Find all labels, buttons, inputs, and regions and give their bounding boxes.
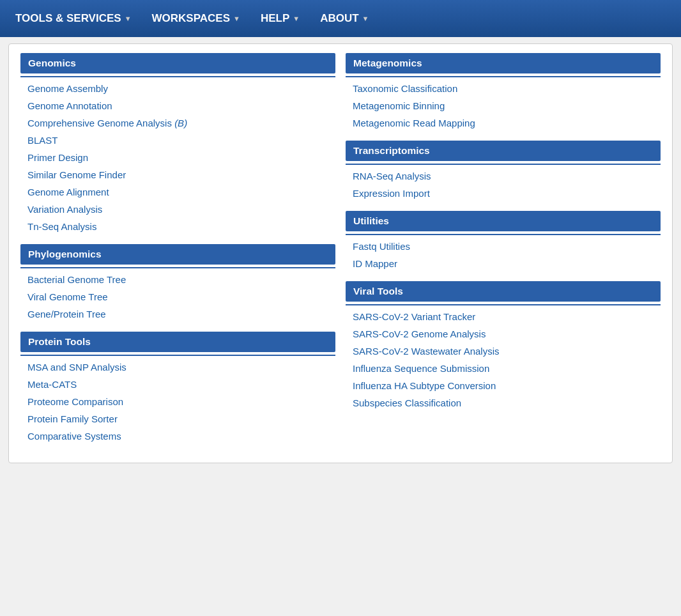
menu-influenza-sequence-submission[interactable]: Influenza Sequence Submission [346, 360, 661, 377]
left-column: Genomics Genome Assembly Genome Annotati… [15, 53, 340, 454]
menu-sars-cov2-genome-analysis[interactable]: SARS-CoV-2 Genome Analysis [346, 325, 661, 343]
transcriptomics-header: Transcriptomics [346, 141, 661, 161]
menu-blast[interactable]: BLAST [20, 132, 335, 149]
viral-tools-header: Viral Tools [346, 281, 661, 302]
dropdown-panel: Genomics Genome Assembly Genome Annotati… [8, 43, 673, 463]
navbar: TOOLS & SERVICES ▼ WORKSPACES ▼ HELP ▼ A… [0, 0, 681, 37]
utilities-divider [346, 234, 661, 235]
menu-metagenomic-binning[interactable]: Metagenomic Binning [346, 97, 661, 114]
menu-genome-alignment[interactable]: Genome Alignment [20, 183, 335, 201]
protein-tools-header: Protein Tools [20, 332, 335, 352]
protein-tools-section: Protein Tools MSA and SNP Analysis Meta-… [20, 332, 335, 445]
menu-taxonomic-classification[interactable]: Taxonomic Classification [346, 80, 661, 97]
transcriptomics-section: Transcriptomics RNA-Seq Analysis Express… [346, 141, 661, 202]
nav-label-tools: TOOLS & SERVICES [15, 12, 121, 25]
menu-expression-import[interactable]: Expression Import [346, 185, 661, 202]
nav-label-about: ABOUT [320, 12, 358, 25]
metagenomics-section: Metagenomics Taxonomic Classification Me… [346, 53, 661, 132]
menu-comparative-systems[interactable]: Comparative Systems [20, 427, 335, 445]
utilities-header: Utilities [346, 211, 661, 231]
phylogenomics-divider [20, 267, 335, 268]
phylogenomics-section: Phylogenomics Bacterial Genome Tree Vira… [20, 244, 335, 323]
genomics-divider [20, 76, 335, 77]
menu-similar-genome-finder[interactable]: Similar Genome Finder [20, 166, 335, 183]
menu-primer-design[interactable]: Primer Design [20, 149, 335, 166]
protein-tools-divider [20, 355, 335, 356]
genomics-header: Genomics [20, 53, 335, 73]
menu-subspecies-classification[interactable]: Subspecies Classification [346, 394, 661, 412]
nav-help[interactable]: HELP ▼ [252, 7, 309, 30]
nav-label-workspaces: WORKSPACES [152, 12, 230, 25]
metagenomics-divider [346, 76, 661, 77]
phylogenomics-header: Phylogenomics [20, 244, 335, 265]
menu-fastq-utilities[interactable]: Fastq Utilities [346, 238, 661, 255]
menu-rna-seq[interactable]: RNA-Seq Analysis [346, 167, 661, 185]
menu-protein-family-sorter[interactable]: Protein Family Sorter [20, 410, 335, 427]
menu-tn-seq-analysis[interactable]: Tn-Seq Analysis [20, 218, 335, 235]
menu-comprehensive-genome[interactable]: Comprehensive Genome Analysis (B) [20, 114, 335, 132]
nav-arrow-help: ▼ [293, 15, 300, 22]
menu-metagenomic-read-mapping[interactable]: Metagenomic Read Mapping [346, 114, 661, 132]
menu-genome-annotation[interactable]: Genome Annotation [20, 97, 335, 114]
nav-label-help: HELP [261, 12, 289, 25]
menu-influenza-ha-subtype[interactable]: Influenza HA Subtype Conversion [346, 377, 661, 394]
nav-workspaces[interactable]: WORKSPACES ▼ [143, 7, 249, 30]
menu-sars-cov2-variant-tracker[interactable]: SARS-CoV-2 Variant Tracker [346, 308, 661, 325]
utilities-section: Utilities Fastq Utilities ID Mapper [346, 211, 661, 272]
menu-msa-snp[interactable]: MSA and SNP Analysis [20, 358, 335, 376]
menu-proteome-comparison[interactable]: Proteome Comparison [20, 393, 335, 410]
nav-arrow-about: ▼ [362, 15, 369, 22]
menu-viral-genome-tree[interactable]: Viral Genome Tree [20, 288, 335, 305]
nav-arrow-workspaces: ▼ [233, 15, 240, 22]
right-column: Metagenomics Taxonomic Classification Me… [340, 53, 666, 454]
menu-variation-analysis[interactable]: Variation Analysis [20, 201, 335, 218]
metagenomics-header: Metagenomics [346, 53, 661, 73]
nav-tools-services[interactable]: TOOLS & SERVICES ▼ [6, 7, 141, 30]
nav-arrow-tools: ▼ [125, 15, 132, 22]
menu-meta-cats[interactable]: Meta-CATS [20, 376, 335, 393]
menu-gene-protein-tree[interactable]: Gene/Protein Tree [20, 305, 335, 323]
nav-about[interactable]: ABOUT ▼ [311, 7, 378, 30]
menu-bacterial-genome-tree[interactable]: Bacterial Genome Tree [20, 271, 335, 288]
viral-tools-divider [346, 304, 661, 305]
viral-tools-section: Viral Tools SARS-CoV-2 Variant Tracker S… [346, 281, 661, 412]
transcriptomics-divider [346, 164, 661, 165]
genomics-section: Genomics Genome Assembly Genome Annotati… [20, 53, 335, 235]
menu-sars-cov2-wastewater[interactable]: SARS-CoV-2 Wastewater Analysis [346, 343, 661, 360]
menu-id-mapper[interactable]: ID Mapper [346, 255, 661, 272]
menu-genome-assembly[interactable]: Genome Assembly [20, 80, 335, 97]
